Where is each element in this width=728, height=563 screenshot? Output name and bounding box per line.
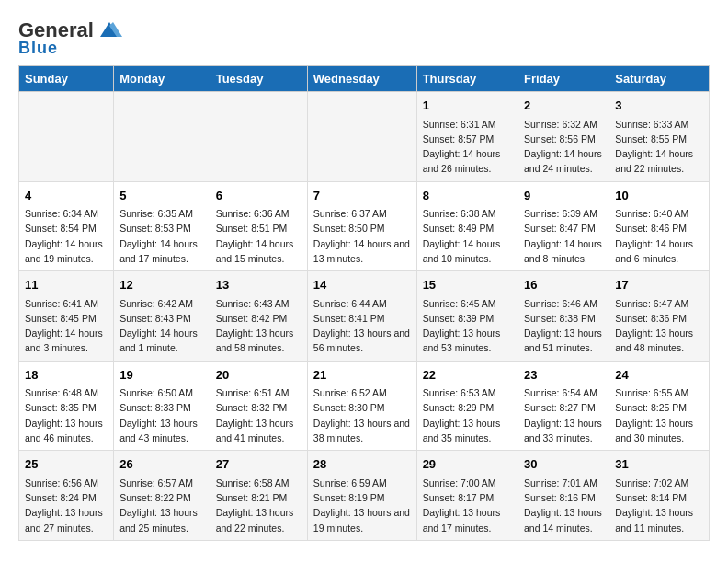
day-number: 2 [524, 97, 603, 115]
calendar-cell: 19Sunrise: 6:50 AM Sunset: 8:33 PM Dayli… [114, 361, 210, 451]
day-info: Sunrise: 6:44 AM Sunset: 8:41 PM Dayligh… [313, 296, 411, 356]
calendar-cell: 30Sunrise: 7:01 AM Sunset: 8:16 PM Dayli… [518, 451, 609, 541]
day-info: Sunrise: 6:35 AM Sunset: 8:53 PM Dayligh… [119, 206, 204, 266]
calendar-cell: 24Sunrise: 6:55 AM Sunset: 8:25 PM Dayli… [609, 361, 710, 451]
day-number: 12 [119, 276, 204, 294]
day-number: 18 [25, 366, 108, 385]
header-sunday: Sunday [19, 66, 114, 92]
calendar-week-row: 11Sunrise: 6:41 AM Sunset: 8:45 PM Dayli… [19, 271, 710, 362]
calendar-cell: 1Sunrise: 6:31 AM Sunset: 8:57 PM Daylig… [416, 92, 518, 182]
day-number: 23 [524, 366, 603, 385]
day-info: Sunrise: 6:37 AM Sunset: 8:50 PM Dayligh… [313, 206, 411, 266]
day-info: Sunrise: 6:36 AM Sunset: 8:51 PM Dayligh… [216, 206, 301, 266]
day-number: 10 [615, 187, 703, 205]
header-tuesday: Tuesday [210, 66, 307, 92]
calendar-cell: 18Sunrise: 6:48 AM Sunset: 8:35 PM Dayli… [19, 361, 114, 451]
day-number: 13 [216, 276, 301, 294]
calendar-cell: 11Sunrise: 6:41 AM Sunset: 8:45 PM Dayli… [19, 271, 114, 362]
calendar-cell: 3Sunrise: 6:33 AM Sunset: 8:55 PM Daylig… [609, 92, 710, 182]
day-info: Sunrise: 7:02 AM Sunset: 8:14 PM Dayligh… [615, 476, 703, 535]
day-number: 20 [216, 366, 301, 385]
day-info: Sunrise: 6:52 AM Sunset: 8:30 PM Dayligh… [313, 385, 411, 445]
day-number: 9 [524, 187, 603, 205]
header-saturday: Saturday [609, 66, 710, 92]
calendar-cell: 2Sunrise: 6:32 AM Sunset: 8:56 PM Daylig… [518, 92, 609, 182]
day-info: Sunrise: 6:54 AM Sunset: 8:27 PM Dayligh… [524, 385, 603, 445]
day-info: Sunrise: 6:31 AM Sunset: 8:57 PM Dayligh… [423, 117, 512, 177]
day-info: Sunrise: 6:51 AM Sunset: 8:32 PM Dayligh… [216, 385, 301, 445]
calendar-cell: 17Sunrise: 6:47 AM Sunset: 8:36 PM Dayli… [609, 271, 710, 362]
day-info: Sunrise: 7:00 AM Sunset: 8:17 PM Dayligh… [423, 476, 512, 535]
day-info: Sunrise: 7:01 AM Sunset: 8:16 PM Dayligh… [524, 476, 603, 535]
header-friday: Friday [518, 66, 609, 92]
day-info: Sunrise: 6:34 AM Sunset: 8:54 PM Dayligh… [25, 206, 108, 266]
day-info: Sunrise: 6:45 AM Sunset: 8:39 PM Dayligh… [423, 296, 512, 356]
day-info: Sunrise: 6:56 AM Sunset: 8:24 PM Dayligh… [25, 476, 108, 535]
header-wednesday: Wednesday [307, 66, 416, 92]
calendar-cell: 6Sunrise: 6:36 AM Sunset: 8:51 PM Daylig… [210, 181, 307, 271]
logo-icon [97, 17, 122, 42]
day-info: Sunrise: 6:47 AM Sunset: 8:36 PM Dayligh… [615, 296, 703, 356]
calendar-cell [114, 92, 210, 182]
header-thursday: Thursday [416, 66, 518, 92]
day-info: Sunrise: 6:58 AM Sunset: 8:21 PM Dayligh… [216, 476, 301, 535]
calendar-cell: 10Sunrise: 6:40 AM Sunset: 8:46 PM Dayli… [609, 181, 710, 271]
calendar-cell: 15Sunrise: 6:45 AM Sunset: 8:39 PM Dayli… [416, 271, 518, 362]
day-number: 7 [313, 187, 411, 205]
calendar-cell: 25Sunrise: 6:56 AM Sunset: 8:24 PM Dayli… [19, 451, 114, 541]
calendar-week-row: 4Sunrise: 6:34 AM Sunset: 8:54 PM Daylig… [19, 181, 710, 271]
calendar-cell [19, 92, 114, 182]
calendar-cell: 5Sunrise: 6:35 AM Sunset: 8:53 PM Daylig… [114, 181, 210, 271]
day-info: Sunrise: 6:43 AM Sunset: 8:42 PM Dayligh… [216, 296, 301, 356]
day-number: 29 [423, 455, 512, 474]
calendar-cell: 7Sunrise: 6:37 AM Sunset: 8:50 PM Daylig… [307, 181, 416, 271]
header-monday: Monday [114, 66, 210, 92]
calendar-week-row: 18Sunrise: 6:48 AM Sunset: 8:35 PM Dayli… [19, 361, 710, 451]
calendar-cell: 12Sunrise: 6:42 AM Sunset: 8:43 PM Dayli… [114, 271, 210, 362]
day-number: 31 [615, 455, 703, 474]
day-info: Sunrise: 6:50 AM Sunset: 8:33 PM Dayligh… [119, 385, 204, 445]
day-info: Sunrise: 6:39 AM Sunset: 8:47 PM Dayligh… [524, 206, 603, 266]
day-info: Sunrise: 6:40 AM Sunset: 8:46 PM Dayligh… [615, 206, 703, 266]
day-number: 19 [119, 366, 204, 385]
day-number: 27 [216, 455, 301, 474]
calendar-week-row: 25Sunrise: 6:56 AM Sunset: 8:24 PM Dayli… [19, 451, 710, 541]
day-info: Sunrise: 6:55 AM Sunset: 8:25 PM Dayligh… [615, 385, 703, 445]
day-info: Sunrise: 6:48 AM Sunset: 8:35 PM Dayligh… [25, 385, 108, 445]
calendar-header-row: SundayMondayTuesdayWednesdayThursdayFrid… [19, 66, 710, 92]
day-info: Sunrise: 6:46 AM Sunset: 8:38 PM Dayligh… [524, 296, 603, 356]
day-number: 22 [423, 366, 512, 385]
day-number: 6 [216, 187, 301, 205]
calendar-cell: 16Sunrise: 6:46 AM Sunset: 8:38 PM Dayli… [518, 271, 609, 362]
calendar-cell: 26Sunrise: 6:57 AM Sunset: 8:22 PM Dayli… [114, 451, 210, 541]
day-info: Sunrise: 6:59 AM Sunset: 8:19 PM Dayligh… [313, 476, 411, 535]
calendar-cell: 13Sunrise: 6:43 AM Sunset: 8:42 PM Dayli… [210, 271, 307, 362]
calendar-cell: 28Sunrise: 6:59 AM Sunset: 8:19 PM Dayli… [307, 451, 416, 541]
calendar-cell [210, 92, 307, 182]
calendar-cell: 4Sunrise: 6:34 AM Sunset: 8:54 PM Daylig… [19, 181, 114, 271]
calendar-cell: 29Sunrise: 7:00 AM Sunset: 8:17 PM Dayli… [416, 451, 518, 541]
day-info: Sunrise: 6:42 AM Sunset: 8:43 PM Dayligh… [119, 296, 204, 356]
calendar-cell: 14Sunrise: 6:44 AM Sunset: 8:41 PM Dayli… [307, 271, 416, 362]
day-number: 3 [615, 97, 703, 115]
calendar-cell: 27Sunrise: 6:58 AM Sunset: 8:21 PM Dayli… [210, 451, 307, 541]
day-number: 8 [423, 187, 512, 205]
header: General Blue [18, 15, 710, 58]
logo-blue-text: Blue [18, 39, 58, 58]
day-info: Sunrise: 6:53 AM Sunset: 8:29 PM Dayligh… [423, 385, 512, 445]
calendar-cell: 20Sunrise: 6:51 AM Sunset: 8:32 PM Dayli… [210, 361, 307, 451]
calendar-cell: 8Sunrise: 6:38 AM Sunset: 8:49 PM Daylig… [416, 181, 518, 271]
day-number: 24 [615, 366, 703, 385]
calendar-cell: 23Sunrise: 6:54 AM Sunset: 8:27 PM Dayli… [518, 361, 609, 451]
calendar-cell: 9Sunrise: 6:39 AM Sunset: 8:47 PM Daylig… [518, 181, 609, 271]
day-number: 21 [313, 366, 411, 385]
day-info: Sunrise: 6:33 AM Sunset: 8:55 PM Dayligh… [615, 117, 703, 177]
day-number: 15 [423, 276, 512, 294]
day-number: 5 [119, 187, 204, 205]
day-info: Sunrise: 6:38 AM Sunset: 8:49 PM Dayligh… [423, 206, 512, 266]
calendar-cell: 31Sunrise: 7:02 AM Sunset: 8:14 PM Dayli… [609, 451, 710, 541]
day-number: 4 [25, 187, 108, 205]
day-number: 1 [423, 97, 512, 115]
day-number: 14 [313, 276, 411, 294]
day-number: 28 [313, 455, 411, 474]
